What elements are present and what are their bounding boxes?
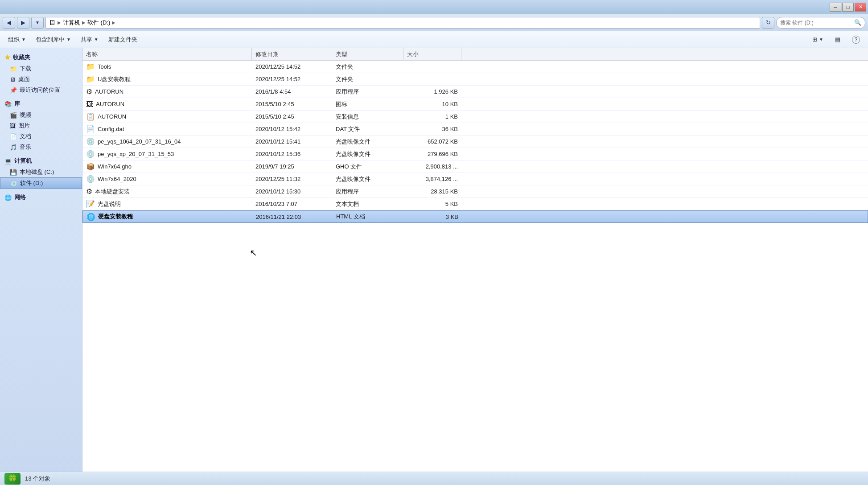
file-type: 光盘映像文件 — [332, 175, 403, 183]
addressbar: ◀ ▶ ▼ 🖥 ▶ 计算机 ▶ 软件 (D:) ▶ ↻ 🔍 — [0, 14, 868, 31]
desktop-icon: 🖥 — [10, 76, 16, 83]
sidebar-item-drive-c[interactable]: 💾 本地磁盘 (C:) — [0, 167, 82, 177]
breadcrumb-computer[interactable]: 计算机 — [63, 19, 80, 27]
forward-button[interactable]: ▶ — [17, 17, 29, 29]
share-button[interactable]: 共享 ▼ — [76, 34, 103, 45]
file-date: 2020/10/12 15:36 — [252, 151, 332, 157]
file-date: 2016/10/23 7:07 — [252, 201, 332, 207]
minimize-button[interactable]: ─ — [830, 3, 841, 12]
file-size: 5 KB — [403, 201, 461, 207]
file-date: 2020/10/12 15:41 — [252, 138, 332, 145]
file-name: Tools — [98, 63, 111, 70]
col-header-size[interactable]: 大小 — [403, 48, 461, 60]
table-row[interactable]: 📦 Win7x64.gho 2019/9/7 19:25 GHO 文件 2,90… — [82, 160, 868, 173]
sidebar-item-desktop[interactable]: 🖥 桌面 — [0, 74, 82, 85]
table-row[interactable]: 📁 U盘安装教程 2020/12/25 14:52 文件夹 — [82, 73, 868, 86]
file-type: DAT 文件 — [332, 125, 403, 133]
table-row[interactable]: ⚙ AUTORUN 2016/1/8 4:54 应用程序 1,926 KB — [82, 86, 868, 98]
documents-icon: 📄 — [10, 133, 17, 140]
col-name-label: 名称 — [86, 50, 98, 58]
file-name: Win7x64_2020 — [98, 176, 136, 182]
col-header-name[interactable]: 名称 — [82, 48, 252, 60]
file-icon: ⚙ — [86, 87, 92, 96]
computer-icon: 💻 — [4, 158, 12, 164]
col-date-label: 修改日期 — [255, 50, 279, 58]
sidebar-item-video[interactable]: 🎬 视频 — [0, 110, 82, 120]
file-icon: 📦 — [86, 162, 95, 171]
file-name: pe_yqs_1064_20_07_31_16_04 — [98, 138, 181, 145]
file-icon: 📝 — [86, 200, 95, 208]
new-folder-button[interactable]: 新建文件夹 — [104, 34, 142, 45]
table-row[interactable]: 📄 Config.dat 2020/10/12 15:42 DAT 文件 36 … — [82, 123, 868, 136]
sidebar-computer-header[interactable]: 💻 计算机 — [0, 155, 82, 167]
table-row[interactable]: 🌐 硬盘安装教程 2016/11/21 22:03 HTML 文档 3 KB — [82, 210, 868, 223]
table-row[interactable]: 💿 pe_yqs_1064_20_07_31_16_04 2020/10/12 … — [82, 136, 868, 148]
breadcrumb-drive[interactable]: 软件 (D:) — [87, 19, 110, 27]
file-name: AUTORUN — [98, 113, 126, 120]
file-name: AUTORUN — [95, 88, 123, 95]
table-row[interactable]: 📝 光盘说明 2016/10/23 7:07 文本文档 5 KB — [82, 198, 868, 210]
file-date: 2019/9/7 19:25 — [252, 163, 332, 170]
file-name: Win7x64.gho — [98, 163, 132, 170]
share-arrow-icon: ▼ — [94, 37, 99, 42]
music-icon: 🎵 — [10, 144, 17, 151]
sidebar-item-drive-d[interactable]: 💿 软件 (D:) — [0, 177, 82, 189]
drive-d-label: 软件 (D:) — [20, 179, 43, 187]
favorites-label: 收藏夹 — [13, 53, 30, 62]
sidebar-favorites-header[interactable]: ★ 收藏夹 — [0, 52, 82, 63]
file-name: 本地硬盘安装 — [95, 188, 130, 196]
video-icon: 🎬 — [10, 112, 17, 119]
drive-d-icon: 💿 — [10, 180, 17, 187]
table-row[interactable]: 💿 pe_yqs_xp_20_07_31_15_53 2020/10/12 15… — [82, 148, 868, 160]
search-input[interactable] — [780, 20, 852, 26]
close-button[interactable]: ✕ — [855, 3, 866, 12]
favorites-icon: ★ — [4, 53, 10, 62]
file-date: 2020/10/12 15:42 — [252, 126, 332, 132]
table-row[interactable]: ⚙ 本地硬盘安装 2020/10/12 15:30 应用程序 28,315 KB — [82, 185, 868, 198]
table-row[interactable]: 📁 Tools 2020/12/25 14:52 文件夹 — [82, 61, 868, 73]
help-button[interactable]: ? — [847, 34, 864, 45]
new-folder-label: 新建文件夹 — [108, 36, 137, 44]
drive-c-icon: 💾 — [10, 169, 17, 176]
refresh-button[interactable]: ↻ — [762, 17, 774, 29]
sidebar-network-header[interactable]: 🌐 网络 — [0, 192, 82, 203]
computer-label: 计算机 — [14, 157, 32, 165]
search-icon[interactable]: 🔍 — [854, 19, 861, 26]
file-icon: 📄 — [86, 125, 95, 133]
file-type: 应用程序 — [332, 188, 403, 196]
file-icon: 📋 — [86, 112, 95, 121]
video-label: 视频 — [20, 111, 31, 119]
organize-button[interactable]: 组织 ▼ — [4, 34, 30, 45]
view-button[interactable]: ⊞ ▼ — [808, 34, 828, 45]
organize-arrow-icon: ▼ — [21, 37, 26, 42]
sidebar-item-pictures[interactable]: 🖼 图片 — [0, 120, 82, 131]
table-row[interactable]: 🖼 AUTORUN 2015/5/10 2:45 图标 10 KB — [82, 98, 868, 111]
file-size: 36 KB — [403, 126, 461, 132]
network-label: 网络 — [14, 193, 26, 201]
help-icon: ? — [852, 36, 860, 44]
up-button[interactable]: ▼ — [31, 17, 44, 29]
file-type: 光盘映像文件 — [332, 138, 403, 146]
sidebar-item-documents[interactable]: 📄 文档 — [0, 131, 82, 142]
sidebar-library-header[interactable]: 📚 库 — [0, 98, 82, 110]
file-type: 图标 — [332, 100, 403, 108]
file-name: 硬盘安装教程 — [98, 213, 133, 221]
file-type: 文本文档 — [332, 200, 403, 208]
file-name: AUTORUN — [96, 101, 124, 107]
back-button[interactable]: ◀ — [3, 17, 15, 29]
preview-button[interactable]: ▤ — [831, 34, 845, 45]
sidebar-item-music[interactable]: 🎵 音乐 — [0, 142, 82, 152]
col-header-type[interactable]: 类型 — [332, 48, 403, 60]
maximize-button[interactable]: □ — [842, 3, 854, 12]
sidebar: ★ 收藏夹 📁 下载 🖥 桌面 📌 最近访问的位置 📚 库 — [0, 48, 82, 472]
file-type: HTML 文档 — [333, 213, 404, 221]
include-library-button[interactable]: 包含到库中 ▼ — [31, 34, 75, 45]
sidebar-item-recent[interactable]: 📌 最近访问的位置 — [0, 85, 82, 95]
file-size: 652,072 KB — [403, 138, 461, 145]
table-row[interactable]: 💿 Win7x64_2020 2020/12/25 11:32 光盘映像文件 3… — [82, 173, 868, 185]
table-row[interactable]: 📋 AUTORUN 2015/5/10 2:45 安装信息 1 KB — [82, 111, 868, 123]
breadcrumb-bar[interactable]: 🖥 ▶ 计算机 ▶ 软件 (D:) ▶ — [45, 17, 760, 29]
col-header-date[interactable]: 修改日期 — [252, 48, 332, 60]
file-icon: 💿 — [86, 150, 95, 158]
sidebar-item-downloads[interactable]: 📁 下载 — [0, 63, 82, 74]
